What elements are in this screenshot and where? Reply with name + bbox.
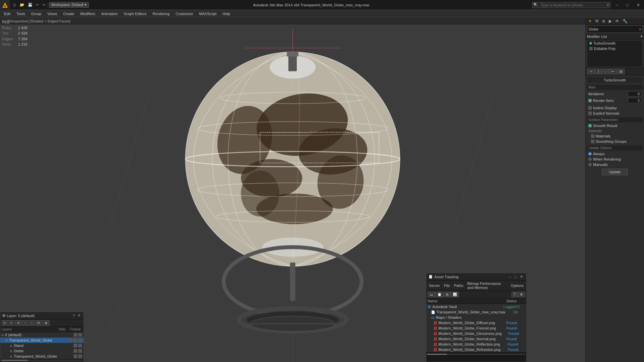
ts-render-iters-input[interactable] bbox=[628, 98, 641, 103]
asset-settings-btn[interactable]: ⚙ bbox=[518, 292, 525, 297]
menu-group[interactable]: Group bbox=[29, 11, 44, 16]
asset-row-glossiness[interactable]: 🖼 Modern_World_Globe_Glossiness.png Foun… bbox=[426, 331, 526, 336]
tab-create-icon[interactable]: ✦ bbox=[587, 18, 593, 24]
save-btn[interactable]: 💾 bbox=[26, 2, 34, 8]
ts-render-iters-check[interactable] bbox=[588, 99, 592, 102]
asset-tool-3[interactable]: ⊞ bbox=[444, 292, 450, 297]
asset-row-vault[interactable]: 🏛 Autodesk Vault Logged O bbox=[426, 304, 526, 309]
undo-btn[interactable]: ↩ bbox=[35, 2, 40, 8]
menu-rendering[interactable]: Rendering bbox=[150, 11, 172, 16]
menu-customize[interactable]: Customize bbox=[173, 11, 196, 16]
layers-panel-title: ⊞ Layer: 0 (default) bbox=[2, 313, 35, 318]
asset-row-maps[interactable]: 🗂 Maps / Shaders bbox=[426, 315, 526, 320]
menu-edit[interactable]: Edit bbox=[1, 11, 13, 16]
asset-maximize-btn[interactable]: □ bbox=[513, 274, 518, 279]
layer-row-transparent2[interactable]: ↳ Transparent_World_Globe bbox=[0, 354, 84, 359]
asset-row-normal[interactable]: 🖼 Modern_World_Globe_Normal.png Found bbox=[426, 336, 526, 342]
ts-smoothing-check[interactable] bbox=[591, 140, 594, 143]
asset-row-refraction[interactable]: 🖼 Modern_World_Globe_Refraction.png Foun… bbox=[426, 347, 526, 352]
menu-tools[interactable]: Tools bbox=[14, 11, 28, 16]
minimize-button[interactable]: – bbox=[612, 1, 622, 9]
layers-star-button[interactable]: ★ bbox=[43, 320, 50, 326]
mod-tool-5[interactable]: ⊞ bbox=[617, 69, 625, 74]
asset-tool-2[interactable]: 📋 bbox=[435, 292, 443, 297]
tab-utilities-icon[interactable]: 🔧 bbox=[621, 18, 629, 24]
asset-close-btn[interactable]: ✕ bbox=[519, 274, 524, 279]
ts-isoline-check[interactable] bbox=[588, 106, 592, 110]
modifier-turbosmooth[interactable]: TurboSmooth bbox=[587, 41, 642, 46]
asset-refraction-status: Found bbox=[501, 348, 525, 352]
asset-menu-paths[interactable]: Paths bbox=[452, 283, 465, 288]
layers-close-button[interactable]: ✕ bbox=[76, 313, 82, 318]
menu-modifiers[interactable]: Modifiers bbox=[77, 11, 98, 16]
asset-row-diffuse[interactable]: 🖼 Modern_World_Globe_Diffuse.png Found bbox=[426, 320, 526, 325]
redo-btn[interactable]: ↪ bbox=[41, 2, 47, 8]
layer-row-transparent[interactable]: ≡ Transparent_World_Globe bbox=[0, 338, 84, 343]
layers-add-button[interactable]: + bbox=[8, 320, 14, 326]
asset-tool-1[interactable]: 🗂 bbox=[428, 292, 435, 297]
layers-scrollbar[interactable] bbox=[0, 359, 84, 362]
layer-row-default[interactable]: ≡ 0 (default) bbox=[0, 332, 84, 338]
layer-hide-dot bbox=[73, 333, 77, 337]
ts-materials-check[interactable] bbox=[591, 134, 594, 138]
layers-move-up-button[interactable]: ↑ bbox=[22, 320, 28, 326]
ts-iterations-input[interactable] bbox=[628, 91, 641, 97]
layers-help-button[interactable]: ? bbox=[72, 313, 76, 318]
layers-header-freeze: Freeze bbox=[69, 327, 82, 331]
menu-views[interactable]: Views bbox=[45, 11, 60, 16]
layers-refresh-button[interactable]: ⟳ bbox=[35, 320, 42, 326]
layers-delete-button[interactable]: ✕ bbox=[15, 320, 22, 326]
ts-when-rendering-radio[interactable] bbox=[588, 158, 592, 161]
close-button[interactable]: ✕ bbox=[633, 1, 644, 9]
layers-tool-1[interactable]: ≡ bbox=[2, 320, 8, 326]
ts-when-rendering-label: When Rendering bbox=[593, 157, 621, 161]
svg-point-41 bbox=[197, 122, 388, 135]
ts-update-button[interactable]: Update bbox=[602, 169, 628, 175]
workspace-dropdown[interactable]: Workspace: Default ▾ bbox=[49, 2, 89, 8]
asset-help-btn[interactable]: ? bbox=[512, 292, 518, 297]
asset-scrollbar-h[interactable] bbox=[426, 352, 526, 356]
tab-display-icon[interactable]: 👁 bbox=[614, 18, 621, 24]
object-name-field[interactable]: Globe ▾ bbox=[587, 25, 643, 33]
asset-fresnel-status: Found bbox=[498, 326, 525, 330]
modifier-list-dropdown[interactable]: ▾ bbox=[641, 34, 643, 39]
search-input[interactable] bbox=[539, 2, 606, 8]
asset-maps-name: Maps / Shaders bbox=[436, 315, 497, 319]
mod-tool-1[interactable]: ⊣ bbox=[587, 69, 595, 74]
ts-smooth-check[interactable] bbox=[588, 124, 592, 127]
asset-row-maxfile[interactable]: 📄 Transparent_World_Globe_max_vray.max O… bbox=[426, 309, 526, 315]
layer-row-stand[interactable]: ↳ Stand bbox=[0, 343, 84, 348]
asset-menu-bitmap[interactable]: Bitmap Performance and Memory bbox=[466, 281, 508, 290]
asset-menu-server[interactable]: Server bbox=[428, 283, 441, 288]
name-field-dropdown[interactable]: ▾ bbox=[639, 27, 641, 31]
mod-tool-3[interactable]: – bbox=[602, 69, 609, 74]
new-btn[interactable]: 🗋 bbox=[11, 2, 18, 8]
tab-modify-icon[interactable]: ⚒ bbox=[594, 18, 600, 24]
asset-menu-options[interactable]: Options bbox=[509, 283, 525, 288]
asset-row-reflection[interactable]: 🖼 Modern_World_Globe_Reflection.png Foun… bbox=[426, 342, 526, 347]
asset-menu-file[interactable]: File bbox=[442, 283, 451, 288]
viewport-area[interactable]: [+] [Perspective] [Shaded + Edged Faces]… bbox=[0, 17, 585, 362]
ts-isoline-row: Isoline Display bbox=[587, 105, 643, 111]
layer-row-globe[interactable]: ↳ Globe bbox=[0, 348, 84, 354]
menu-animation[interactable]: Animation bbox=[99, 11, 120, 16]
asset-row-fresnel[interactable]: 🖼 Modern_World_Globe_Fresnel.png Found bbox=[426, 325, 526, 331]
layers-move-down-button[interactable]: ↓ bbox=[29, 320, 35, 326]
mod-tool-4[interactable]: ⊢ bbox=[609, 69, 617, 74]
asset-minimize-btn[interactable]: – bbox=[507, 274, 512, 279]
search-bar[interactable]: 🔍 ⚙ bbox=[532, 2, 610, 8]
menu-maxscript[interactable]: MAXScript bbox=[197, 11, 219, 16]
mod-tool-2[interactable]: | bbox=[595, 69, 602, 74]
maximize-button[interactable]: □ bbox=[622, 1, 633, 9]
menu-graph-editors[interactable]: Graph Editors bbox=[121, 11, 149, 16]
ts-manually-radio[interactable] bbox=[588, 163, 592, 166]
ts-explicit-check[interactable] bbox=[588, 112, 592, 115]
open-btn[interactable]: 📂 bbox=[18, 2, 26, 8]
modifier-editablepoly[interactable]: Editable Poly bbox=[587, 46, 642, 51]
tab-hierarchy-icon[interactable]: ⊕ bbox=[601, 18, 607, 24]
menu-help[interactable]: Help bbox=[220, 11, 233, 16]
ts-always-radio[interactable] bbox=[588, 152, 592, 156]
menu-create[interactable]: Create bbox=[60, 11, 77, 16]
asset-tool-4[interactable]: 📊 bbox=[451, 292, 459, 297]
tab-motion-icon[interactable]: ▶ bbox=[607, 18, 613, 24]
